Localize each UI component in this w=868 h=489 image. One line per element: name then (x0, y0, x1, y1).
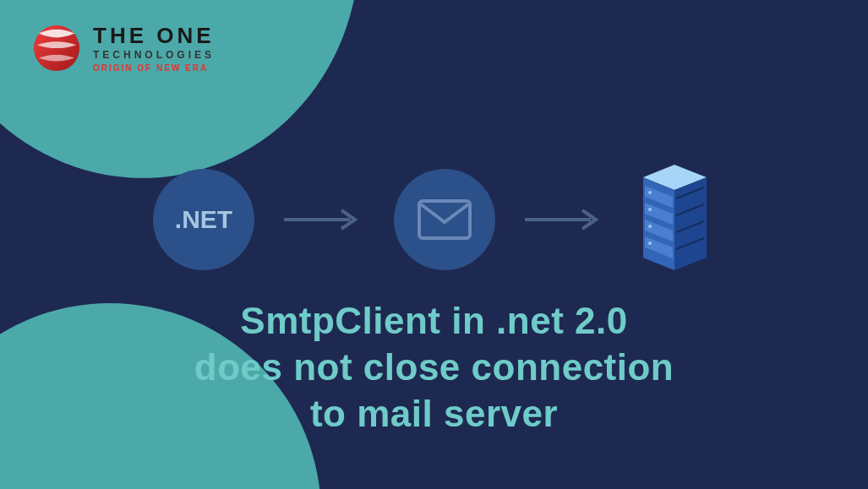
logo-subtitle: TECHNOLOGIES (93, 49, 215, 61)
heading-line-1: SmtpClient in .net 2.0 (0, 297, 868, 344)
company-logo: THE ONE TECHNOLOGIES ORIGIN OF NEW ERA (32, 24, 215, 73)
heading-line-2: does not close connection (0, 344, 868, 390)
svg-point-13 (648, 225, 652, 228)
mail-icon (417, 198, 472, 241)
dotnet-label: .NET (175, 205, 232, 234)
logo-tagline: ORIGIN OF NEW ERA (93, 63, 215, 73)
logo-title: THE ONE (93, 24, 215, 46)
svg-point-12 (648, 208, 652, 211)
heading-line-3: to mail server (0, 390, 868, 437)
logo-sphere-icon (32, 24, 81, 73)
page-heading: SmtpClient in .net 2.0 does not close co… (0, 297, 868, 437)
dotnet-circle: .NET (153, 169, 254, 270)
arrow-icon (284, 207, 364, 232)
server-icon (635, 160, 715, 279)
logo-text: THE ONE TECHNOLOGIES ORIGIN OF NEW ERA (93, 24, 215, 73)
svg-point-14 (648, 242, 652, 245)
svg-rect-2 (419, 201, 470, 238)
smtp-diagram: .NET (0, 160, 868, 279)
mail-circle (394, 169, 495, 270)
svg-point-11 (648, 191, 652, 194)
svg-marker-6 (674, 177, 707, 270)
arrow-icon (525, 207, 605, 232)
